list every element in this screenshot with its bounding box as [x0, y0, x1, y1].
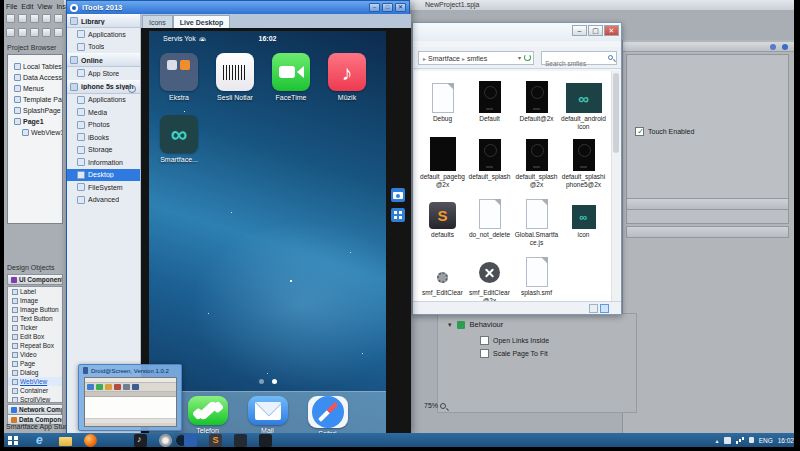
- component-item[interactable]: WebView: [8, 377, 62, 386]
- file-tile[interactable]: default_splashiphone5@2x: [560, 133, 607, 191]
- component-item[interactable]: Label: [8, 287, 62, 296]
- search-icon[interactable]: [608, 55, 613, 60]
- sidebar-item[interactable]: Information: [67, 156, 140, 169]
- menu-item[interactable]: Edit: [21, 3, 33, 10]
- taskbar-icon[interactable]: [159, 434, 172, 447]
- language-indicator[interactable]: ENG: [759, 437, 773, 444]
- dock-app-icon[interactable]: [248, 396, 288, 425]
- taskbar-icon[interactable]: [209, 434, 222, 447]
- volume-icon[interactable]: [749, 437, 754, 443]
- app-cell[interactable]: Sesli Notlar: [215, 53, 255, 101]
- file-tile[interactable]: default_androidicon: [560, 75, 607, 133]
- taskbar-icon[interactable]: [184, 434, 197, 447]
- app-cell[interactable]: FaceTime: [271, 53, 311, 101]
- minimize-button[interactable]: –: [369, 3, 380, 12]
- file-tile[interactable]: Debug: [419, 75, 466, 133]
- menu-item[interactable]: File: [6, 3, 17, 10]
- component-item[interactable]: Repeat Box: [8, 341, 62, 350]
- close-button[interactable]: ✕: [395, 3, 406, 12]
- behaviour-header[interactable]: ▾ Behaviour: [448, 320, 503, 329]
- dock-app-icon[interactable]: [308, 396, 348, 428]
- collapse-arrow-icon[interactable]: ▾: [448, 321, 452, 329]
- sidebar-item[interactable]: Applications: [67, 94, 140, 107]
- explorer-titlebar[interactable]: – ▢ ✕: [413, 23, 621, 41]
- file-tile[interactable]: smf_EditClear@2x: [466, 249, 513, 307]
- thumbnail-view-button[interactable]: [600, 304, 609, 313]
- file-tile[interactable]: default_splash: [466, 133, 513, 191]
- sidebar-item[interactable]: FileSystem: [67, 181, 140, 194]
- component-item[interactable]: ScrollView: [8, 395, 62, 403]
- toolbar-button[interactable]: [30, 28, 39, 37]
- file-tile[interactable]: default_pagebg@2x: [419, 133, 466, 191]
- component-item[interactable]: Page: [8, 359, 62, 368]
- taskbar-icon[interactable]: [234, 434, 247, 447]
- toolbar-button[interactable]: [18, 28, 27, 37]
- toolbar-button[interactable]: [42, 28, 51, 37]
- component-item[interactable]: Text Button: [8, 314, 62, 323]
- touch-enabled-checkbox[interactable]: [635, 127, 644, 136]
- taskbar-icon[interactable]: [34, 434, 47, 447]
- magnifier-icon[interactable]: [440, 403, 446, 409]
- sidebar-item[interactable]: Applications: [67, 28, 140, 41]
- toolbar-button[interactable]: [30, 14, 39, 23]
- file-tile[interactable]: default_splash@2x: [513, 133, 560, 191]
- tree-item[interactable]: WebView1: [8, 127, 62, 138]
- toolbar-button[interactable]: [6, 14, 15, 23]
- breadcrumb[interactable]: ▸ Smartface ▸ smfies ▾: [418, 51, 534, 65]
- sidebar-item[interactable]: iBooks: [67, 131, 140, 144]
- tab[interactable]: Icons: [142, 15, 173, 28]
- tree-item[interactable]: Local Tables: [8, 61, 62, 72]
- dock-app-icon[interactable]: [188, 396, 228, 425]
- behaviour-checkbox[interactable]: [480, 336, 489, 345]
- file-tile[interactable]: Default: [466, 75, 513, 133]
- collapsed-section-strip[interactable]: [626, 226, 789, 238]
- collapsed-section-strip[interactable]: [626, 198, 789, 210]
- tab[interactable]: Live Desktop: [173, 15, 231, 28]
- touch-enabled-row[interactable]: Touch Enabled: [635, 127, 694, 136]
- toolbar-button[interactable]: [6, 28, 15, 37]
- sidebar-item[interactable]: Media: [67, 106, 140, 119]
- taskbar-icon[interactable]: [259, 434, 272, 447]
- file-tile[interactable]: smf_EditClear: [419, 249, 466, 307]
- taskbar-icon[interactable]: [59, 437, 72, 446]
- sidebar-item[interactable]: iphone 5s siyah: [67, 80, 140, 94]
- menu-item[interactable]: View: [37, 3, 52, 10]
- fullscreen-button[interactable]: [391, 208, 405, 222]
- address-dropdown-icon[interactable]: ▾: [518, 54, 521, 61]
- sidebar-item[interactable]: Advanced: [67, 194, 140, 207]
- maximize-button[interactable]: □: [382, 3, 393, 12]
- component-item[interactable]: Image Button: [8, 305, 62, 314]
- droidscreen-window[interactable]: Droid@Screen, Version 1.0.2: [78, 364, 182, 431]
- behaviour-option[interactable]: Open Links Inside: [480, 336, 549, 345]
- sidebar-item[interactable]: Library: [67, 14, 140, 28]
- app-cell[interactable]: Ekstra: [159, 53, 199, 101]
- tree-item[interactable]: SplashPage: [8, 105, 62, 116]
- toolbar-button[interactable]: [42, 14, 51, 23]
- network-icon[interactable]: [736, 436, 744, 444]
- details-view-button[interactable]: [589, 304, 598, 313]
- start-button[interactable]: [7, 434, 20, 447]
- tree-item[interactable]: Template Pages: [8, 94, 62, 105]
- ui-components-header[interactable]: UI Components: [7, 274, 63, 285]
- tray-icon[interactable]: [724, 437, 731, 444]
- file-tile[interactable]: splash.smf: [513, 249, 560, 307]
- sidebar-item[interactable]: App Store: [67, 67, 140, 80]
- panel-pin-icon[interactable]: [770, 44, 776, 50]
- file-tile[interactable]: Default@2x: [513, 75, 560, 133]
- sidebar-item[interactable]: Tools: [67, 41, 140, 54]
- dock-app-cell[interactable]: Telefon: [185, 396, 231, 434]
- tray-expand-icon[interactable]: ▴: [716, 437, 719, 444]
- component-item[interactable]: Dialog: [8, 368, 62, 377]
- tree-item[interactable]: Data Access: [8, 72, 62, 83]
- app-icon[interactable]: [272, 53, 310, 91]
- sidebar-item[interactable]: Desktop: [67, 169, 140, 182]
- close-button[interactable]: ✕: [604, 25, 619, 36]
- scrollbar-thumb[interactable]: [613, 73, 619, 153]
- droidscreen-preview[interactable]: [84, 377, 177, 427]
- app-icon[interactable]: [216, 53, 254, 91]
- smartface-app-icon[interactable]: [160, 115, 198, 153]
- screenshot-button[interactable]: [391, 188, 405, 202]
- dock-app-cell[interactable]: Safari: [305, 396, 351, 434]
- behaviour-option[interactable]: Scale Page To Fit: [480, 349, 549, 358]
- breadcrumb-item[interactable]: smfies: [467, 55, 487, 62]
